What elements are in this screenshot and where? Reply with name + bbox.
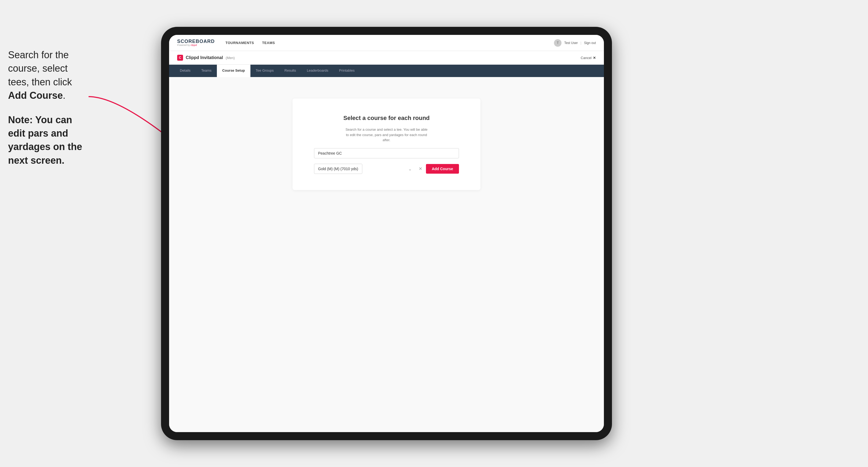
- tablet-device: SCOREBOARD Powered by clippd TOURNAMENTS…: [161, 27, 612, 440]
- tournament-icon: C: [177, 55, 183, 61]
- nav-left: SCOREBOARD Powered by clippd TOURNAMENTS…: [177, 39, 275, 47]
- annotation-bold: Add Course: [8, 90, 63, 101]
- tab-tee-groups[interactable]: Tee Groups: [250, 65, 279, 77]
- user-name: Test User: [564, 41, 578, 45]
- tournament-gender: (Men): [226, 56, 235, 60]
- add-course-button[interactable]: Add Course: [426, 164, 459, 174]
- tab-teams[interactable]: Teams: [196, 65, 217, 77]
- tab-results[interactable]: Results: [279, 65, 302, 77]
- tournament-title-area: C Clippd Invitational (Men): [177, 55, 235, 61]
- nav-links: TOURNAMENTS TEAMS: [225, 41, 275, 45]
- annotation-main-text: Search for the course, select tees, then…: [8, 48, 83, 102]
- cancel-label: Cancel: [581, 56, 592, 60]
- cancel-button[interactable]: Cancel ✕: [581, 56, 596, 60]
- tournament-name: Clippd Invitational: [186, 55, 223, 60]
- card-title: Select a course for each round: [343, 115, 430, 122]
- tab-course-setup[interactable]: Course Setup: [217, 65, 250, 77]
- tablet-screen: SCOREBOARD Powered by clippd TOURNAMENTS…: [169, 35, 604, 432]
- tee-select[interactable]: Gold (M) (M) (7010 yds): [314, 164, 362, 174]
- logo-text: SCOREBOARD: [177, 39, 215, 44]
- user-avatar: T: [554, 39, 561, 47]
- logo-subtitle: Powered by clippd: [177, 44, 215, 47]
- tab-bar: Details Teams Course Setup Tee Groups Re…: [169, 65, 604, 77]
- main-content: Select a course for each round Search fo…: [169, 77, 604, 432]
- nav-right: T Test User | Sign out: [554, 39, 596, 47]
- tab-details[interactable]: Details: [175, 65, 196, 77]
- tab-leaderboards[interactable]: Leaderboards: [302, 65, 334, 77]
- card-description: Search for a course and select a tee. Yo…: [344, 127, 429, 143]
- tournament-header: C Clippd Invitational (Men) Cancel ✕: [169, 51, 604, 65]
- logo-brand: clippd: [191, 44, 197, 46]
- annotation-area: Search for the course, select tees, then…: [8, 48, 83, 167]
- tab-printables[interactable]: Printables: [334, 65, 360, 77]
- cancel-icon: ✕: [593, 56, 596, 60]
- annotation-note-text: Note: You can edit pars and yardages on …: [8, 113, 83, 167]
- course-card: Select a course for each round Search fo…: [292, 98, 480, 190]
- logo: SCOREBOARD Powered by clippd: [177, 39, 215, 47]
- nav-separator: |: [581, 41, 581, 45]
- sign-out-link[interactable]: Sign out: [584, 41, 596, 45]
- tee-select-row: Gold (M) (M) (7010 yds) ✕ Add Course: [314, 164, 459, 174]
- nav-tournaments[interactable]: TOURNAMENTS: [225, 41, 254, 45]
- top-navigation: SCOREBOARD Powered by clippd TOURNAMENTS…: [169, 35, 604, 51]
- course-search-input[interactable]: [314, 148, 459, 158]
- tee-select-wrapper: Gold (M) (M) (7010 yds): [314, 164, 415, 174]
- nav-teams[interactable]: TEAMS: [262, 41, 275, 45]
- clear-tee-button[interactable]: ✕: [417, 166, 423, 171]
